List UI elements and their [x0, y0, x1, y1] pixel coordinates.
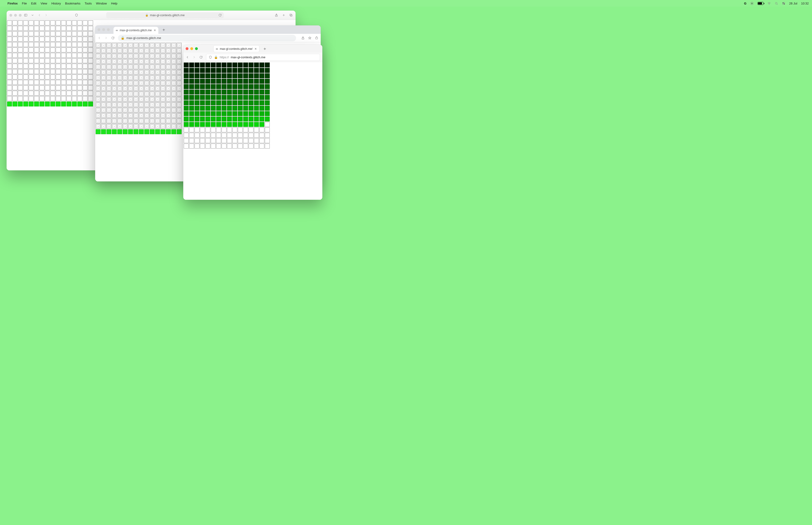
- menubar-date[interactable]: 26 Jul: [789, 2, 797, 5]
- reload-icon[interactable]: [218, 13, 222, 17]
- menubar-app-name[interactable]: Firefox: [7, 2, 18, 5]
- grid-cell: [134, 113, 138, 118]
- grid-cell: [155, 80, 160, 86]
- grid-cell: [106, 129, 111, 134]
- grid-cell: [128, 86, 133, 91]
- new-tab-icon[interactable]: [282, 13, 286, 17]
- grid-cell: [128, 75, 133, 80]
- grid-cell: [123, 86, 127, 91]
- grid-cell: [265, 111, 270, 116]
- firefox-tab[interactable]: ∞ max-gl-contexts.glitch.me/ ✕: [213, 45, 259, 52]
- forward-icon[interactable]: [104, 36, 108, 40]
- grid-cell: [117, 113, 122, 118]
- grid-cell: [200, 68, 205, 73]
- safari-address-bar[interactable]: 🔒 max-gl-contexts.glitch.me: [106, 12, 224, 18]
- grid-cell: [232, 138, 237, 143]
- reload-icon[interactable]: [199, 56, 203, 59]
- grid-cell: [155, 59, 160, 64]
- now-playing-icon[interactable]: [750, 2, 754, 5]
- shield-icon[interactable]: [209, 56, 212, 59]
- menu-bookmarks[interactable]: Bookmarks: [65, 2, 80, 5]
- grid-cell: [171, 124, 176, 129]
- back-icon[interactable]: [97, 36, 101, 40]
- safari-traffic-lights[interactable]: [10, 14, 21, 17]
- grid-cell: [83, 75, 88, 79]
- close-tab-icon[interactable]: ✕: [255, 47, 257, 50]
- chrome-address-bar[interactable]: 🔒 max-gl-contexts.glitch.me: [118, 35, 296, 41]
- grid-cell: [72, 75, 77, 79]
- grid-cell: [18, 53, 23, 58]
- extensions-icon[interactable]: [315, 36, 318, 40]
- grid-cell: [139, 102, 144, 107]
- menu-edit[interactable]: Edit: [31, 2, 36, 5]
- grid-cell: [61, 26, 66, 31]
- grid-cell: [221, 68, 227, 73]
- grid-cell: [150, 108, 155, 112]
- firefox-traffic-lights[interactable]: [186, 47, 198, 50]
- grid-cell: [7, 91, 12, 96]
- grid-cell: [7, 69, 12, 74]
- spotlight-icon[interactable]: [775, 2, 778, 5]
- firefox-address-bar[interactable]: 🔒 https://max-gl-contexts.glitch.me: [206, 54, 320, 61]
- grid-cell: [238, 111, 243, 116]
- grid-cell: [238, 95, 243, 100]
- menu-window[interactable]: Window: [96, 2, 107, 5]
- grid-cell: [101, 54, 106, 59]
- grid-cell: [112, 102, 117, 107]
- back-icon[interactable]: [186, 56, 189, 59]
- grid-cell: [265, 127, 270, 132]
- grid-cell: [123, 48, 127, 53]
- grid-cell: [155, 48, 160, 53]
- control-center-icon[interactable]: [782, 2, 785, 5]
- grid-cell: [112, 80, 117, 86]
- grid-cell: [171, 48, 176, 53]
- battery-icon[interactable]: ⚡︎: [757, 2, 764, 5]
- grammarly-icon[interactable]: G: [744, 2, 747, 5]
- share-icon[interactable]: [301, 36, 305, 40]
- grid-cell: [211, 133, 216, 138]
- new-tab-button[interactable]: ＋: [160, 27, 168, 32]
- new-tab-button[interactable]: ＋: [261, 46, 268, 51]
- grid-cell: [205, 144, 210, 149]
- grid-cell: [123, 59, 127, 64]
- grid-cell: [88, 69, 93, 74]
- grid-cell: [139, 91, 144, 96]
- chrome-traffic-lights[interactable]: [97, 28, 110, 31]
- grid-cell: [171, 80, 176, 86]
- grid-cell: [200, 79, 205, 84]
- grid-cell: [66, 80, 72, 85]
- menubar-time[interactable]: 10:32: [801, 2, 809, 5]
- grid-cell: [139, 86, 144, 91]
- close-tab-icon[interactable]: ✕: [154, 29, 156, 32]
- bookmark-star-icon[interactable]: [308, 36, 311, 40]
- wifi-icon[interactable]: [767, 2, 771, 5]
- share-icon[interactable]: [275, 13, 278, 17]
- grid-cell: [7, 37, 12, 42]
- menu-file[interactable]: File: [22, 2, 27, 5]
- menu-view[interactable]: View: [41, 2, 47, 5]
- grid-cell: [66, 42, 72, 47]
- forward-icon[interactable]: [44, 13, 48, 17]
- grid-cell: [45, 26, 50, 31]
- grid-cell: [227, 90, 232, 94]
- sidebar-toggle-icon[interactable]: [24, 13, 28, 17]
- tabs-overview-icon[interactable]: [289, 13, 293, 17]
- shield-icon[interactable]: [75, 13, 78, 17]
- grid-cell: [171, 113, 176, 118]
- grid-cell: [29, 26, 34, 31]
- forward-icon[interactable]: [193, 56, 196, 59]
- grid-cell: [155, 91, 160, 96]
- menu-help[interactable]: Help: [111, 2, 118, 5]
- grid-cell: [232, 73, 237, 78]
- chrome-tab[interactable]: ∞ max-gl-contexts.glitch.me ✕: [113, 27, 158, 34]
- reload-icon[interactable]: [111, 36, 114, 40]
- grid-cell: [45, 102, 50, 106]
- chevron-down-icon[interactable]: [31, 13, 34, 17]
- back-icon[interactable]: [37, 13, 41, 17]
- grid-cell: [96, 97, 101, 102]
- menu-tools[interactable]: Tools: [85, 2, 92, 5]
- grid-cell: [18, 96, 23, 101]
- grid-cell: [66, 58, 72, 63]
- grid-cell: [40, 91, 44, 96]
- menu-history[interactable]: History: [51, 2, 61, 5]
